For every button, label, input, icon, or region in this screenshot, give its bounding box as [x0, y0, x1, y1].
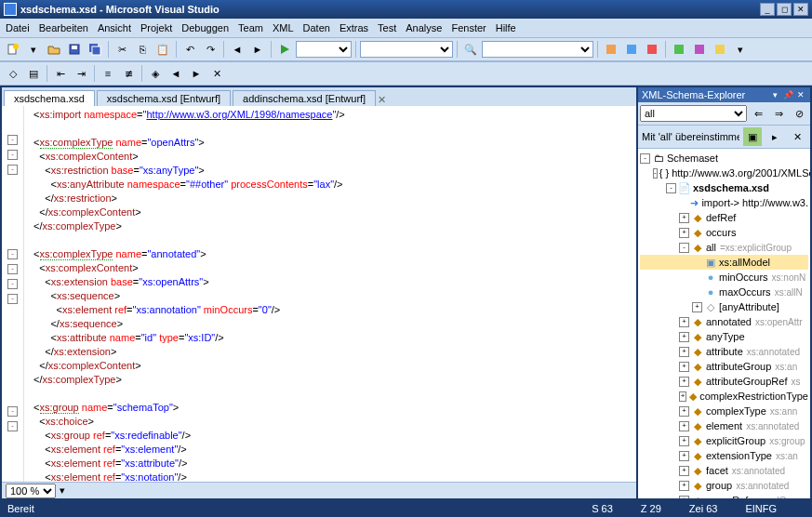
- tb-btn-3[interactable]: [643, 40, 661, 59]
- redo-button[interactable]: ↷: [201, 40, 220, 59]
- code-body[interactable]: <xs:import namespace="http://www.w3.org/…: [24, 106, 636, 482]
- code-editor[interactable]: --------- <xs:import namespace="http://w…: [2, 106, 636, 482]
- search-result-button[interactable]: ▣: [743, 127, 762, 146]
- menu-xml[interactable]: XML: [273, 22, 294, 33]
- tb-btn-7[interactable]: ▾: [731, 40, 750, 59]
- fold-toggle[interactable]: -: [7, 279, 18, 289]
- fold-toggle[interactable]: -: [7, 294, 18, 304]
- tree-node-defRef[interactable]: +◆defRef: [640, 210, 808, 225]
- fold-toggle[interactable]: -: [7, 249, 18, 259]
- filter-combo[interactable]: all: [640, 105, 747, 122]
- restore-button[interactable]: ◻: [777, 3, 792, 16]
- uncomment-button[interactable]: ≢: [119, 64, 138, 83]
- panel-dropdown-button[interactable]: ▾: [769, 89, 780, 100]
- fold-toggle[interactable]: -: [7, 135, 18, 145]
- bookmark-prev-button[interactable]: ◄: [166, 64, 185, 83]
- tree-root[interactable]: -🗀Schemaset: [640, 151, 808, 166]
- menu-team[interactable]: Team: [238, 22, 263, 33]
- platform-combo[interactable]: [360, 41, 453, 58]
- tree-node-groupRef[interactable]: +◆groupRefxs:realGroup: [640, 493, 808, 498]
- members-button[interactable]: ◇: [4, 64, 22, 83]
- search-close-button[interactable]: ✕: [788, 127, 806, 146]
- schema-tree[interactable]: -🗀Schemaset-{ } http://www.w3.org/2001/X…: [638, 149, 810, 498]
- bookmark-clear-button[interactable]: ✕: [207, 64, 226, 83]
- tree-node-all[interactable]: -◆all=xs:explicitGroup: [640, 240, 808, 255]
- tree-node-attribute[interactable]: +◆attributexs:annotated: [640, 344, 808, 359]
- menu-test[interactable]: Test: [378, 22, 396, 33]
- open-button[interactable]: [45, 40, 63, 59]
- copy-button[interactable]: ⎘: [133, 40, 152, 59]
- search-nav-button[interactable]: ▸: [765, 127, 784, 146]
- start-debug-button[interactable]: [275, 40, 294, 59]
- tree-node-minOccurs[interactable]: ●minOccursxs:nonN: [640, 270, 808, 285]
- tb-btn-5[interactable]: [690, 40, 709, 59]
- menu-projekt[interactable]: Projekt: [140, 22, 172, 33]
- tab-0[interactable]: xsdschema.xsd: [4, 90, 95, 106]
- panel-fwd-button[interactable]: ⇒: [769, 104, 788, 123]
- tab-1[interactable]: xsdschema.xsd [Entwurf]: [97, 90, 231, 106]
- bookmark-button[interactable]: ◈: [146, 64, 165, 83]
- tb-btn-4[interactable]: [670, 40, 688, 59]
- tb-btn-1[interactable]: [602, 40, 620, 59]
- zoom-combo[interactable]: 100 %: [6, 484, 56, 498]
- tree-node-[anyAttribute][interactable]: +◇[anyAttribute]: [640, 299, 808, 314]
- tree-node-explicitGroup[interactable]: +◆explicitGroupxs:group: [640, 433, 808, 448]
- menu-debuggen[interactable]: Debuggen: [181, 22, 229, 33]
- tab-2[interactable]: addinschema.xsd [Entwurf]: [233, 90, 376, 106]
- menu-ansicht[interactable]: Ansicht: [98, 22, 131, 33]
- close-button[interactable]: ✕: [793, 3, 808, 16]
- paste-button[interactable]: 📋: [153, 40, 172, 59]
- new-file-button[interactable]: ▾: [24, 40, 43, 59]
- fold-toggle[interactable]: -: [7, 406, 18, 417]
- find-button[interactable]: 🔍: [461, 40, 480, 59]
- indent-dec-button[interactable]: ⇤: [51, 64, 70, 83]
- undo-button[interactable]: ↶: [180, 40, 199, 59]
- tree-file[interactable]: -📄xsdschema.xsd: [640, 180, 808, 195]
- save-all-button[interactable]: [86, 40, 104, 59]
- save-button[interactable]: [65, 40, 84, 59]
- nav-fwd-button[interactable]: ►: [248, 40, 267, 59]
- fold-gutter[interactable]: ---------: [2, 106, 24, 482]
- find-combo[interactable]: [482, 41, 593, 58]
- bookmark-next-button[interactable]: ►: [187, 64, 206, 83]
- tb-btn-6[interactable]: [711, 40, 729, 59]
- tree-node-anyType[interactable]: +◆anyType: [640, 329, 808, 344]
- menu-daten[interactable]: Daten: [303, 22, 330, 33]
- tree-node-extensionType[interactable]: +◆extensionTypexs:an: [640, 448, 808, 463]
- fold-toggle[interactable]: -: [7, 165, 18, 175]
- tree-node-attributeGroupRef[interactable]: +◆attributeGroupRefxs: [640, 374, 808, 389]
- menu-extras[interactable]: Extras: [339, 22, 368, 33]
- tab-close-button[interactable]: ✕: [378, 94, 386, 106]
- menu-datei[interactable]: Datei: [6, 22, 30, 33]
- tree-node-occurs[interactable]: +◆occurs: [640, 225, 808, 240]
- menu-bearbeiten[interactable]: Bearbeiten: [39, 22, 88, 33]
- list-button[interactable]: ▤: [24, 64, 43, 83]
- tree-import[interactable]: ➜import-> http://www.w3.: [640, 195, 808, 210]
- tree-node-maxOccurs[interactable]: ●maxOccursxs:allN: [640, 285, 808, 299]
- tree-node-attributeGroup[interactable]: +◆attributeGroupxs:an: [640, 359, 808, 374]
- new-project-button[interactable]: [4, 40, 22, 59]
- comment-button[interactable]: ≡: [99, 64, 117, 83]
- menu-analyse[interactable]: Analyse: [406, 22, 442, 33]
- menu-hilfe[interactable]: Hilfe: [496, 22, 516, 33]
- panel-pin-button[interactable]: 📌: [782, 89, 793, 100]
- tb-btn-2[interactable]: [622, 40, 641, 59]
- tree-node-xs:allModel[interactable]: ▣xs:allModel: [640, 255, 808, 270]
- minimize-button[interactable]: _: [760, 3, 775, 16]
- nav-back-button[interactable]: ◄: [228, 40, 246, 59]
- fold-toggle[interactable]: -: [7, 421, 18, 431]
- cut-button[interactable]: ✂: [113, 40, 131, 59]
- tree-node-element[interactable]: +◆elementxs:annotated: [640, 418, 808, 433]
- tree-ns[interactable]: -{ } http://www.w3.org/2001/XMLSche: [640, 166, 808, 180]
- tree-node-complexRestrictionType[interactable]: +◆complexRestrictionType: [640, 389, 808, 404]
- menu-fenster[interactable]: Fenster: [451, 22, 486, 33]
- panel-back-button[interactable]: ⇐: [749, 104, 767, 123]
- panel-clear-button[interactable]: ⊘: [790, 104, 808, 123]
- tree-node-group[interactable]: +◆groupxs:annotated: [640, 478, 808, 493]
- fold-toggle[interactable]: -: [7, 264, 18, 274]
- tree-node-annotated[interactable]: +◆annotatedxs:openAttr: [640, 314, 808, 329]
- indent-inc-button[interactable]: ⇥: [72, 64, 90, 83]
- config-combo[interactable]: [296, 41, 352, 58]
- fold-toggle[interactable]: -: [7, 150, 18, 160]
- panel-close-button[interactable]: ✕: [795, 89, 806, 100]
